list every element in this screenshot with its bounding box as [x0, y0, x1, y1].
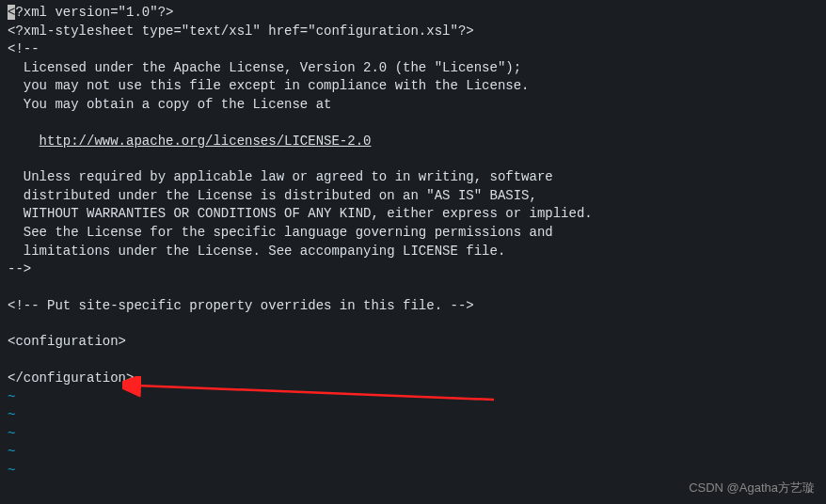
empty-line-tilde: ~ — [8, 425, 818, 444]
code-line-12: WITHOUT WARRANTIES OR CONDITIONS OF ANY … — [8, 205, 818, 224]
code-line-21: </configuration> — [8, 370, 818, 388]
code-line-16 — [8, 279, 818, 297]
code-line-15: --> — [8, 260, 818, 279]
code-line-11: distributed under the License is distrib… — [8, 187, 818, 206]
code-line-13: See the License for the specific languag… — [8, 224, 818, 243]
code-line-9 — [8, 150, 818, 168]
code-line-14: limitations under the License. See accom… — [8, 243, 818, 261]
code-line-17: <!-- Put site-specific property override… — [8, 297, 818, 316]
empty-line-tilde: ~ — [8, 443, 818, 462]
code-line-2: <?xml-stylesheet type="text/xsl" href="c… — [8, 23, 818, 41]
code-line-3: <!-- — [8, 40, 818, 59]
empty-line-tilde: ~ — [8, 406, 818, 425]
license-url-link: http://www.apache.org/licenses/LICENSE-2… — [40, 134, 372, 149]
code-line-10: Unless required by applicable law or agr… — [8, 168, 818, 187]
code-line-1: <?xml version="1.0"?> — [8, 4, 818, 23]
empty-line-tilde: ~ — [8, 388, 818, 407]
code-line-7 — [8, 115, 818, 133]
code-line-5: you may not use this file except in comp… — [8, 77, 818, 96]
empty-line-tilde: ~ — [8, 462, 818, 480]
code-line-6: You may obtain a copy of the License at — [8, 96, 818, 115]
editor-content[interactable]: <?xml version="1.0"?> <?xml-stylesheet t… — [8, 4, 818, 480]
code-line-4: Licensed under the Apache License, Versi… — [8, 59, 818, 78]
code-line-8: http://www.apache.org/licenses/LICENSE-2… — [8, 133, 818, 151]
code-line-18 — [8, 315, 818, 333]
code-line-20 — [8, 352, 818, 370]
code-line-19: <configuration> — [8, 333, 818, 352]
watermark-text: CSDN @Agatha方艺璇 — [689, 480, 815, 496]
